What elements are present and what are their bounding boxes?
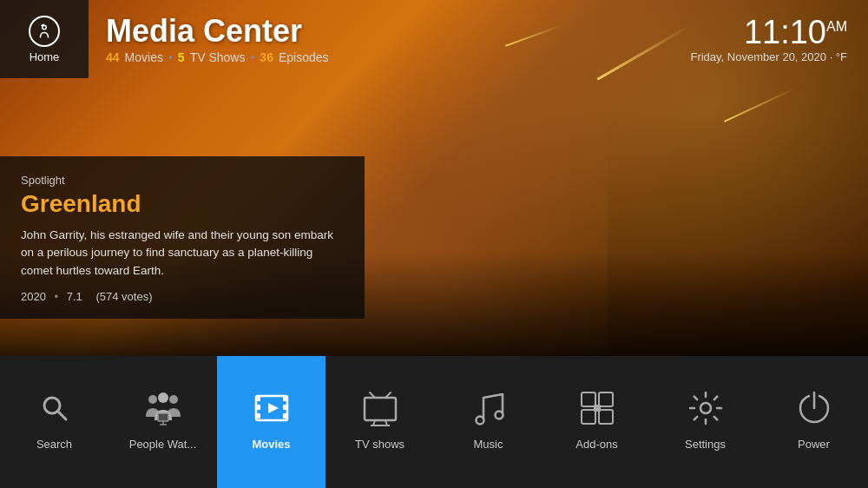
header-info: Media Center 44 Movies • 5 TV Shows • 36… [89,14,690,64]
svg-rect-17 [365,398,396,420]
clock-date: Friday, November 20, 2020 · °F [690,50,847,63]
settings-icon [683,386,728,431]
movies-count: 44 [106,50,120,64]
nav-label-power: Power [798,438,830,451]
movies-label: Movies [125,50,163,64]
svg-point-4 [169,395,178,404]
svg-point-24 [495,411,503,419]
nav-label-settings: Settings [685,438,726,451]
home-tab[interactable]: Home [0,0,89,78]
tv-shows-icon [358,386,403,431]
nav-item-movies[interactable]: Movies [217,356,326,488]
spotlight-label: Spotlight [21,174,344,187]
svg-point-30 [700,403,711,413]
search-icon [32,386,77,431]
nav-item-power[interactable]: Power [760,356,868,488]
nav-item-settings[interactable]: Settings [651,356,760,488]
svg-rect-13 [283,396,287,401]
tv-label: TV Shows [190,50,246,64]
movies-icon [249,386,294,431]
header: Home Media Center 44 Movies • 5 TV Shows… [0,0,868,78]
svg-rect-10 [256,396,260,401]
nav-label-music: Music [474,438,503,451]
home-icon [29,16,60,47]
add-ons-icon [575,386,620,431]
home-label: Home [30,50,60,63]
nav-label-people-watching: People Wat... [129,438,197,451]
svg-rect-14 [283,405,287,410]
svg-rect-28 [599,410,613,424]
spotlight-title: Greenland [21,190,344,218]
svg-rect-27 [582,410,595,424]
svg-rect-12 [256,413,260,419]
svg-marker-16 [268,403,279,413]
episodes-count: 36 [260,50,273,64]
svg-point-5 [158,392,168,403]
media-center-title: Media Center [106,14,690,49]
nav-label-search: Search [36,438,72,451]
spotlight-description: John Garrity, his estranged wife and the… [21,227,344,280]
power-icon [792,386,837,431]
svg-rect-11 [256,405,260,410]
tv-count: 5 [178,50,185,64]
svg-rect-6 [158,413,168,421]
nav-item-add-ons[interactable]: Add-ons [542,356,651,488]
header-clock: 11:10AM Friday, November 20, 2020 · °F [690,16,868,63]
spotlight-meta: 2020 • 7.1 (574 votes) [21,290,344,303]
svg-point-23 [476,416,483,424]
people-watching-icon [141,386,186,431]
spotlight-year: 2020 [21,290,46,303]
episodes-label: Episodes [279,50,329,64]
nav-item-tv-shows[interactable]: TV shows [326,356,434,488]
svg-line-2 [57,411,66,419]
header-stats: 44 Movies • 5 TV Shows • 36 Episodes [106,50,690,64]
nav-label-add-ons: Add-ons [575,438,617,451]
svg-point-0 [43,25,47,30]
spotlight-rating: 7.1 [67,290,82,303]
music-icon [466,386,511,431]
svg-rect-25 [582,392,595,406]
svg-rect-29 [594,405,601,412]
svg-rect-26 [599,392,613,406]
svg-rect-15 [283,413,287,419]
spotlight-panel: Spotlight Greenland John Garrity, his es… [0,156,365,319]
nav-item-people-watching[interactable]: People Wat... [108,356,217,488]
nav-label-tv-shows: TV shows [355,438,404,451]
nav-item-search[interactable]: Search [0,356,108,488]
nav-bar: Search People Wat... [0,356,868,488]
nav-item-music[interactable]: Music [434,356,542,488]
clock-time: 11:10AM [690,16,847,49]
svg-point-3 [148,395,157,404]
nav-label-movies: Movies [252,438,290,451]
